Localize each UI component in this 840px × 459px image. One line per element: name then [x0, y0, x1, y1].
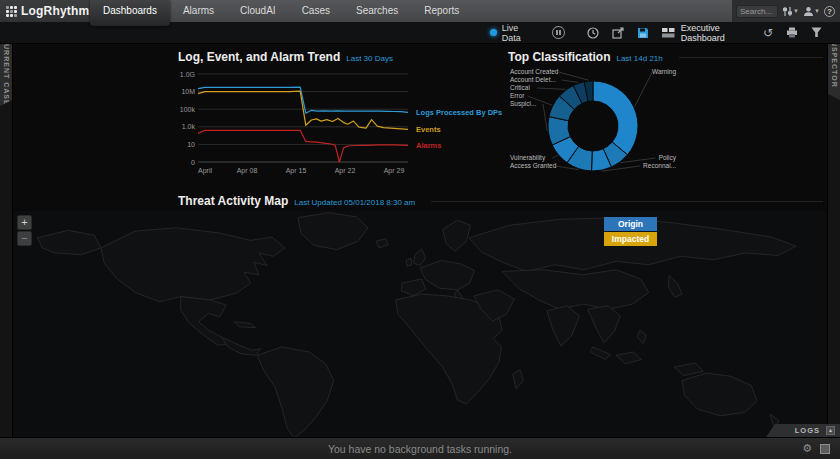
map-panel: Threat Activity Map Last Updated 05/01/2…	[13, 194, 827, 437]
status-bar: You have no background tasks running. ⚙	[0, 437, 840, 459]
classification-donut-chart: WarningPolicyReconnai...Access GrantedVu…	[508, 64, 678, 186]
main-nav-tabs: Dashboards Alarms CloudAI Cases Searches…	[90, 0, 732, 22]
svg-text:Suspici...: Suspici...	[510, 100, 537, 108]
dashboard-content: Log, Event, and Alarm Trend Last 30 Days…	[13, 44, 827, 437]
help-icon[interactable]: ?	[824, 6, 835, 17]
current-case-label: CURRENT CASE	[3, 38, 10, 106]
save-icon	[637, 27, 649, 39]
printer-icon	[786, 27, 798, 38]
svg-text:Apr 15: Apr 15	[286, 167, 307, 175]
panel-toggle-icon[interactable]	[820, 444, 830, 454]
map-legend: Origin Impacted	[604, 217, 657, 247]
live-data-toggle[interactable]: Live Data	[490, 23, 538, 43]
classification-panel-title: Top Classification	[508, 50, 610, 64]
filter-settings-button[interactable]: ▼	[782, 6, 799, 17]
svg-text:Access Granted: Access Granted	[510, 162, 557, 169]
map-panel-subtitle: Last Updated 05/01/2018 8:30 am	[294, 198, 415, 207]
tab-cloudai[interactable]: CloudAI	[227, 0, 289, 22]
title-rule	[679, 57, 823, 58]
svg-text:0: 0	[191, 159, 195, 166]
inspector-rail: ◀ INSPECTOR	[827, 22, 840, 437]
svg-text:Reconnai...: Reconnai...	[643, 162, 676, 169]
svg-text:Warning: Warning	[652, 68, 676, 76]
svg-text:Apr 29: Apr 29	[384, 167, 405, 175]
tab-reports[interactable]: Reports	[411, 0, 472, 22]
pause-button[interactable]	[552, 26, 565, 39]
title-rule	[431, 201, 823, 202]
chevron-down-icon: ▼	[793, 8, 799, 14]
svg-text:April: April	[198, 167, 212, 175]
sliders-icon	[782, 6, 793, 17]
tab-dashboards[interactable]: Dashboards	[90, 0, 170, 26]
svg-text:10M: 10M	[181, 88, 195, 95]
popout-button[interactable]	[612, 27, 624, 39]
live-data-indicator-icon	[490, 29, 497, 36]
popout-icon	[612, 27, 624, 39]
classification-panel-subtitle: Last 14d 21h	[616, 54, 662, 63]
svg-text:Alarms: Alarms	[416, 141, 441, 150]
threat-activity-map[interactable]: + − Origin Impacted	[13, 211, 827, 437]
logs-label: LOGS	[795, 426, 820, 435]
map-panel-title: Threat Activity Map	[178, 194, 288, 208]
current-case-rail: ▶ CURRENT CASE	[0, 22, 13, 437]
charts-row: Log, Event, and Alarm Trend Last 30 Days…	[13, 44, 827, 190]
svg-text:1.0k: 1.0k	[182, 123, 196, 130]
toolbar-right-actions: ↺	[763, 27, 822, 39]
svg-text:Apr 22: Apr 22	[335, 167, 356, 175]
save-button[interactable]	[637, 27, 649, 39]
inspector-label: INSPECTOR	[831, 38, 838, 88]
tab-alarms[interactable]: Alarms	[170, 0, 227, 22]
svg-text:Policy: Policy	[659, 154, 677, 162]
classification-panel: Top Classification Last 14d 21h WarningP…	[508, 50, 827, 190]
user-icon	[803, 6, 814, 17]
svg-text:Account Delet...: Account Delet...	[510, 76, 556, 83]
logrhythm-logo-icon	[6, 6, 17, 17]
map-zoom-in-button[interactable]: +	[17, 215, 32, 230]
tab-cases[interactable]: Cases	[289, 0, 343, 22]
logs-drawer-tab[interactable]: LOGS ▲	[766, 424, 840, 437]
trend-line-chart: 1.0G10M100k1.0k100AprilApr 08Apr 15Apr 2…	[178, 64, 508, 182]
expand-up-icon[interactable]: ▲	[826, 426, 835, 435]
chevron-down-icon: ▼	[814, 8, 820, 14]
map-zoom-out-button[interactable]: −	[17, 231, 32, 246]
clock-icon	[587, 27, 599, 39]
map-zoom-controls: + −	[17, 215, 32, 246]
search-input[interactable]	[736, 5, 778, 18]
undo-icon[interactable]: ↺	[763, 27, 773, 39]
svg-text:Account Created: Account Created	[510, 68, 559, 75]
world-map[interactable]	[13, 211, 827, 437]
logrhythm-app: LogRhythm Dashboards Alarms CloudAI Case…	[0, 0, 840, 459]
trend-panel-title: Log, Event, and Alarm Trend	[178, 50, 340, 64]
svg-text:100k: 100k	[180, 106, 196, 113]
status-bar-icons: ⚙	[802, 438, 830, 459]
gear-icon[interactable]: ⚙	[802, 442, 812, 455]
svg-text:Critical: Critical	[510, 84, 530, 91]
trend-panel-subtitle: Last 30 Days	[346, 54, 393, 63]
dashboard-select-button[interactable]	[662, 28, 675, 38]
filter-funnel-icon	[811, 27, 822, 38]
user-menu-button[interactable]: ▼	[803, 6, 820, 17]
svg-text:Logs Processed By DPs: Logs Processed By DPs	[416, 108, 502, 117]
live-data-label: Live Data	[502, 23, 538, 43]
svg-text:1.0G: 1.0G	[180, 71, 195, 78]
print-button[interactable]	[786, 27, 798, 38]
svg-text:10: 10	[187, 141, 195, 148]
search-area: ▼ ▼ ?	[732, 0, 840, 22]
logo-text: LogRhythm	[21, 4, 89, 18]
logrhythm-logo: LogRhythm	[0, 0, 90, 22]
dashboard-grid-icon	[662, 28, 675, 38]
legend-impacted-button[interactable]: Impacted	[604, 232, 657, 246]
svg-text:Vulnerability: Vulnerability	[510, 154, 546, 162]
history-button[interactable]	[587, 27, 599, 39]
filter-button[interactable]	[811, 27, 822, 38]
status-message: You have no background tasks running.	[328, 443, 512, 455]
svg-text:Apr 08: Apr 08	[237, 167, 258, 175]
trend-panel: Log, Event, and Alarm Trend Last 30 Days…	[178, 50, 508, 186]
svg-text:Events: Events	[416, 125, 441, 134]
legend-origin-button[interactable]: Origin	[604, 217, 657, 231]
svg-text:Error: Error	[510, 92, 525, 99]
top-bar: LogRhythm Dashboards Alarms CloudAI Case…	[0, 0, 840, 22]
tab-searches[interactable]: Searches	[343, 0, 411, 22]
dashboard-name[interactable]: Executive Dashboard	[681, 23, 763, 43]
